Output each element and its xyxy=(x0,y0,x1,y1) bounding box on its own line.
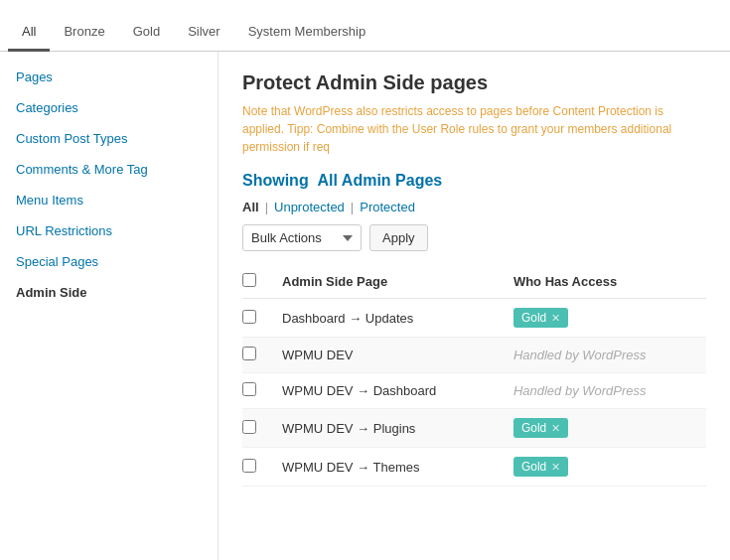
page-title: Protect Admin Side pages xyxy=(242,71,706,94)
badge-remove[interactable]: ✕ xyxy=(551,422,560,435)
apply-button[interactable]: Apply xyxy=(369,224,428,251)
filter-protected[interactable]: Protected xyxy=(360,200,415,214)
badge-remove[interactable]: ✕ xyxy=(551,461,560,474)
row-access: Gold ✕ xyxy=(504,448,706,487)
content-area: Protect Admin Side pages Note that WordP… xyxy=(219,52,730,560)
tab-gold[interactable]: Gold xyxy=(119,14,174,52)
badge-label: Gold xyxy=(521,311,546,325)
sidebar-item-custom-post-types[interactable]: Custom Post Types xyxy=(0,123,218,154)
sidebar-item-categories[interactable]: Categories xyxy=(0,92,218,123)
tab-all[interactable]: All xyxy=(8,14,50,52)
bulk-actions-select[interactable]: Bulk Actions xyxy=(242,224,362,251)
sidebar-item-admin-side[interactable]: Admin Side xyxy=(0,277,218,308)
select-all-checkbox[interactable] xyxy=(242,273,256,287)
sidebar-item-special-pages[interactable]: Special Pages xyxy=(0,246,218,277)
tab-system-membership[interactable]: System Membership xyxy=(234,14,379,52)
sidebar-item-url-restrictions[interactable]: URL Restrictions xyxy=(0,215,218,246)
access-badge: Gold ✕ xyxy=(513,418,568,438)
filter-all[interactable]: All xyxy=(242,200,259,214)
table-row: Dashboard → UpdatesGold ✕ xyxy=(242,299,706,338)
admin-pages-table: Admin Side Page Who Has Access Dashboard… xyxy=(242,265,706,487)
th-checkbox xyxy=(242,265,272,299)
filter-sep-1: | xyxy=(265,200,268,214)
tab-silver[interactable]: Silver xyxy=(174,14,234,52)
tab-bronze[interactable]: Bronze xyxy=(50,14,118,52)
badge-label: Gold xyxy=(521,460,546,474)
top-tab-bar: All Bronze Gold Silver System Membership xyxy=(0,0,730,52)
row-checkbox[interactable] xyxy=(242,420,256,434)
row-checkbox[interactable] xyxy=(242,382,256,396)
row-page-name: WPMU DEV → Dashboard xyxy=(272,373,504,409)
row-checkbox[interactable] xyxy=(242,310,256,324)
th-access: Who Has Access xyxy=(504,265,706,299)
row-checkbox[interactable] xyxy=(242,347,256,360)
sidebar: Pages Categories Custom Post Types Comme… xyxy=(0,52,219,560)
filter-unprotected[interactable]: Unprotected xyxy=(274,200,345,214)
row-access: Handled by WordPress xyxy=(504,373,706,409)
table-row: WPMU DEV → PluginsGold ✕ xyxy=(242,409,706,448)
content-note: Note that WordPress also restricts acces… xyxy=(242,102,706,156)
filter-sep-2: | xyxy=(351,200,354,214)
row-checkbox-cell xyxy=(242,338,272,373)
filter-links: All | Unprotected | Protected xyxy=(242,200,706,214)
table-row: WPMU DEVHandled by WordPress xyxy=(242,338,706,373)
table-row: WPMU DEV → DashboardHandled by WordPress xyxy=(242,373,706,409)
row-checkbox-cell xyxy=(242,299,272,338)
row-access: Gold ✕ xyxy=(504,299,706,338)
table-row: WPMU DEV → ThemesGold ✕ xyxy=(242,448,706,487)
bulk-actions-bar: Bulk Actions Apply xyxy=(242,224,706,251)
access-badge: Gold ✕ xyxy=(513,308,568,328)
row-checkbox[interactable] xyxy=(242,459,256,473)
access-badge: Gold ✕ xyxy=(513,457,568,477)
row-checkbox-cell xyxy=(242,409,272,448)
row-checkbox-cell xyxy=(242,373,272,409)
row-page-name: Dashboard → Updates xyxy=(272,299,504,338)
showing-value: All Admin Pages xyxy=(318,172,443,189)
handled-by-wp-label: Handled by WordPress xyxy=(513,383,647,398)
table-header-row: Admin Side Page Who Has Access xyxy=(242,265,706,299)
main-layout: Pages Categories Custom Post Types Comme… xyxy=(0,52,730,560)
sidebar-item-comments-more-tag[interactable]: Comments & More Tag xyxy=(0,154,218,185)
row-page-name: WPMU DEV xyxy=(272,338,504,373)
row-page-name: WPMU DEV → Themes xyxy=(272,448,504,487)
th-page: Admin Side Page xyxy=(272,265,504,299)
row-access: Handled by WordPress xyxy=(504,338,706,373)
sidebar-item-pages[interactable]: Pages xyxy=(0,62,218,92)
handled-by-wp-label: Handled by WordPress xyxy=(513,348,647,362)
sidebar-item-menu-items[interactable]: Menu Items xyxy=(0,185,218,215)
badge-label: Gold xyxy=(521,421,546,435)
row-access: Gold ✕ xyxy=(504,409,706,448)
showing-prefix: Showing xyxy=(242,172,309,189)
row-checkbox-cell xyxy=(242,448,272,487)
row-page-name: WPMU DEV → Plugins xyxy=(272,409,504,448)
showing-label: Showing All Admin Pages xyxy=(242,172,706,190)
badge-remove[interactable]: ✕ xyxy=(551,312,560,325)
